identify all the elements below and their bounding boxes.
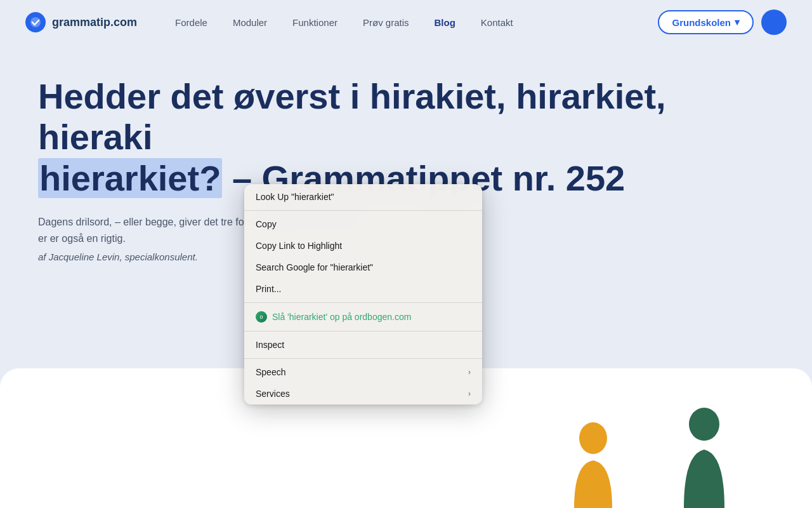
svg-point-1 (579, 422, 607, 454)
hero-title-text1: Hedder det øverst i hirakiet, hirarkiet,… (38, 76, 666, 157)
context-menu-print[interactable]: Print... (244, 278, 482, 300)
dropdown-chevron-icon: ▾ (735, 17, 740, 28)
logo-icon (25, 12, 46, 32)
ordbogen-item-content: o Slå 'hierarkiet' op på ordbogen.com (256, 311, 411, 323)
grundskolen-label: Grundskolen (672, 17, 731, 28)
context-menu-divider-3 (244, 331, 482, 331)
hero-title: Hedder det øverst i hirakiet, hirarkiet,… (38, 76, 774, 199)
context-menu-copy-link[interactable]: Copy Link to Highlight (244, 235, 482, 257)
context-menu: Look Up "hierarkiet" Copy Copy Link to H… (244, 184, 482, 404)
nav-proev-gratis[interactable]: Prøv gratis (363, 17, 409, 28)
copy-label: Copy (256, 219, 277, 229)
nav-blog[interactable]: Blog (435, 17, 455, 28)
context-menu-search-google[interactable]: Search Google for "hierarkiet" (244, 257, 482, 278)
figure-yellow (565, 419, 622, 508)
subtitle-text1: Dagens drilsord, (38, 217, 115, 227)
context-menu-lookup[interactable]: Look Up "hierarkiet" (244, 184, 482, 208)
nav-right: Grundskolen ▾ (658, 10, 787, 35)
subtitle-text3: er er også en rigtig. (38, 233, 126, 244)
logo-text: grammatip.com (52, 16, 137, 29)
speech-chevron-icon: › (468, 368, 471, 377)
context-menu-speech[interactable]: Speech › (244, 361, 482, 383)
context-menu-copy[interactable]: Copy (244, 213, 482, 235)
context-menu-ordbogen[interactable]: o Slå 'hierarkiet' op på ordbogen.com (244, 305, 482, 328)
speech-label: Speech (256, 367, 285, 377)
services-chevron-icon: › (468, 389, 471, 398)
print-label: Print... (256, 284, 281, 294)
grundskolen-dropdown[interactable]: Grundskolen ▾ (658, 10, 754, 34)
copy-link-label: Copy Link to Highlight (256, 241, 342, 251)
nav-kontakt[interactable]: Kontakt (481, 17, 513, 28)
navigation: grammatip.com Fordele Moduler Funktioner… (0, 0, 812, 44)
avatar-button[interactable] (761, 10, 787, 35)
context-menu-services[interactable]: Services › (244, 383, 482, 404)
search-google-label: Search Google for "hierarkiet" (256, 262, 373, 272)
context-menu-divider-4 (244, 358, 482, 359)
nav-funktioner[interactable]: Funktioner (292, 17, 337, 28)
svg-point-2 (689, 408, 719, 441)
context-menu-inspect[interactable]: Inspect (244, 334, 482, 356)
services-label: Services (256, 389, 290, 399)
figure-green (672, 406, 736, 508)
context-menu-divider-2 (244, 302, 482, 303)
ordbogen-label: Slå 'hierarkiet' op på ordbogen.com (272, 312, 411, 322)
logo[interactable]: grammatip.com (25, 12, 137, 32)
lookup-label: Look Up "hierarkiet" (256, 192, 334, 202)
context-menu-divider-1 (244, 210, 482, 211)
nav-links: Fordele Moduler Funktioner Prøv gratis B… (175, 17, 658, 28)
ordbogen-icon: o (256, 311, 267, 323)
inspect-label: Inspect (256, 340, 284, 350)
nav-moduler[interactable]: Moduler (233, 17, 267, 28)
nav-fordele[interactable]: Fordele (175, 17, 207, 28)
highlighted-hierarkiet: hierarkiet? (38, 158, 222, 198)
